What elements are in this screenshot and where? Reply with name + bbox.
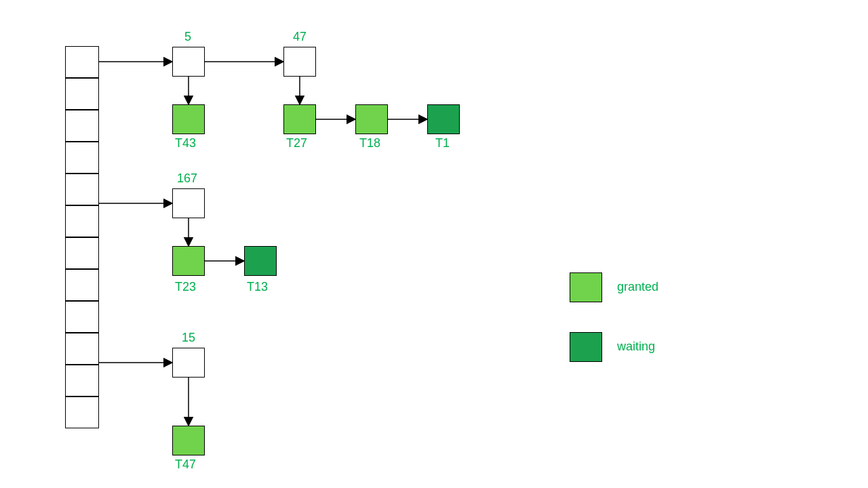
hash-slot xyxy=(65,269,99,301)
bucket-node xyxy=(172,47,205,77)
hash-slot xyxy=(65,237,99,269)
hash-slot xyxy=(65,365,99,396)
transaction-box xyxy=(244,246,277,276)
bucket-key-label: 167 xyxy=(177,171,197,186)
bucket-key-label: 5 xyxy=(184,30,191,44)
hash-slot xyxy=(65,142,99,174)
transaction-box xyxy=(172,104,205,134)
transaction-label: T47 xyxy=(175,458,196,472)
bucket-node xyxy=(172,348,205,378)
arrow-layer xyxy=(0,0,868,488)
hash-slot xyxy=(65,301,99,333)
legend-label-waiting: waiting xyxy=(617,340,655,354)
bucket-node xyxy=(172,188,205,218)
bucket-key-label: 47 xyxy=(293,30,307,44)
diagram-canvas: 5 T43 47 T27 T18 T1 167 T23 T13 15 T47 g… xyxy=(0,0,868,488)
transaction-box xyxy=(427,104,460,134)
legend-label-granted: granted xyxy=(617,280,658,294)
bucket-key-label: 15 xyxy=(182,331,195,345)
hash-slot xyxy=(65,110,99,142)
hash-slot xyxy=(65,205,99,237)
transaction-box xyxy=(283,104,316,134)
legend-swatch-waiting xyxy=(570,332,602,362)
hash-slot xyxy=(65,333,99,365)
transaction-label: T18 xyxy=(359,136,380,150)
transaction-label: T43 xyxy=(175,136,196,150)
transaction-box xyxy=(172,426,205,455)
transaction-label: T23 xyxy=(175,280,196,294)
hash-slot xyxy=(65,174,99,205)
bucket-node xyxy=(283,47,316,77)
transaction-label: T1 xyxy=(435,136,450,150)
legend-swatch-granted xyxy=(570,272,602,302)
transaction-box xyxy=(355,104,388,134)
hash-slot xyxy=(65,396,99,428)
transaction-label: T27 xyxy=(286,136,307,150)
hash-slot xyxy=(65,78,99,110)
hash-slot xyxy=(65,46,99,78)
transaction-box xyxy=(172,246,205,276)
transaction-label: T13 xyxy=(247,280,268,294)
